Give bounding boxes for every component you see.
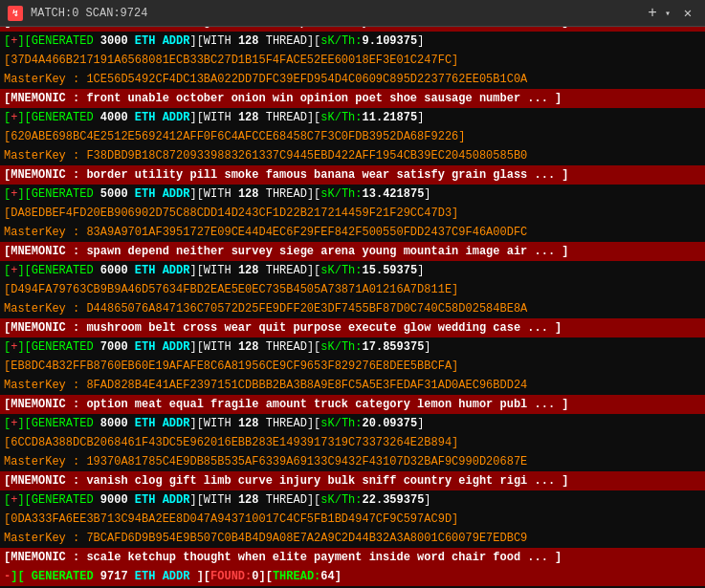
- titlebar: ↯ MATCH:0 SCAN:9724 + ▾ ✕: [0, 0, 705, 27]
- line-item: [DA8EDBEF4FD20EB906902D75C88CDD14D243CF1…: [0, 204, 705, 223]
- line-item: [D494FA79763CB9B9A46D57634FBD2EAE5E0EC73…: [0, 280, 705, 299]
- main-window: ↯ MATCH:0 SCAN:9724 + ▾ ✕ [MNEMONIC : bu…: [0, 0, 705, 588]
- line-item: [+][GENERATED 3000 ETH ADDR][WITH 128 TH…: [0, 32, 705, 51]
- line-item: [+][GENERATED 7000 ETH ADDR][WITH 128 TH…: [0, 338, 705, 357]
- line-item: [MNEMONIC : option meat equal fragile am…: [0, 395, 705, 414]
- new-tab-button[interactable]: +: [648, 5, 657, 22]
- line-item: -][ GENERATED 9717 ETH ADDR ][FOUND:0][T…: [0, 567, 705, 586]
- titlebar-title: MATCH:0 SCAN:9724: [31, 7, 640, 20]
- tab-dropdown-button[interactable]: ▾: [665, 8, 671, 19]
- line-item: [+][GENERATED 4000 ETH ADDR][WITH 128 TH…: [0, 108, 705, 127]
- line-item: MasterKey : 8FAD828B4E41AEF2397151CDBBB2…: [0, 376, 705, 395]
- close-button[interactable]: ✕: [678, 5, 697, 21]
- line-item: [+][GENERATED 6000 ETH ADDR][WITH 128 TH…: [0, 261, 705, 280]
- line-item: [+][GENERATED 5000 ETH ADDR][WITH 128 TH…: [0, 185, 705, 204]
- line-item: [+][GENERATED 8000 ETH ADDR][WITH 128 TH…: [0, 414, 705, 433]
- line-item: [MNEMONIC : vanish clog gift limb curve …: [0, 471, 705, 490]
- line-item: [MNEMONIC : front unable october onion w…: [0, 89, 705, 108]
- line-item: MasterKey : 7BCAFD6D9B954E9B507C0B4B4D9A…: [0, 529, 705, 548]
- line-item: MasterKey : 19370A81785C4E9DB85B535AF633…: [0, 452, 705, 471]
- line-item: [MNEMONIC : border utility pill smoke fa…: [0, 165, 705, 185]
- line-item: MasterKey : 1CE56D5492CF4DC13BA022DD7DFC…: [0, 70, 705, 89]
- line-item: MasterKey : 83A9A9701AF3951727E09CE44D4E…: [0, 223, 705, 242]
- line-item: [+][GENERATED 9000 ETH ADDR][WITH 128 TH…: [0, 490, 705, 510]
- line-item: MasterKey : F38DBD9B18C87209339883261337…: [0, 146, 705, 165]
- line-item: [MNEMONIC : spawn depend neither survey …: [0, 242, 705, 261]
- line-item: [EB8DC4B32FFB8760EB60E19AFAFE8C6A81956CE…: [0, 357, 705, 376]
- line-item: [0DA333FA6EE3B713C94BA2EE8D047A943710017…: [0, 510, 705, 529]
- line-item: [MNEMONIC : scale ketchup thought when e…: [0, 548, 705, 567]
- line-item: [6CCD8A388DCB2068461F43DC5E962016EBB283E…: [0, 433, 705, 452]
- terminal-output: [MNEMONIC : bundle fiscal diagram video …: [0, 27, 705, 588]
- app-icon-symbol: ↯: [12, 8, 18, 19]
- line-item: MasterKey : D44865076A84713​6C70572D25FE…: [0, 299, 705, 318]
- line-item: [37D4A466B217191A6568081ECB33BC27D1B15F4…: [0, 51, 705, 70]
- line-item: [620ABE698BC4E2512E5692412AFF0F6C4AFCCE6…: [0, 127, 705, 146]
- app-icon: ↯: [8, 6, 23, 21]
- line-item: [MNEMONIC : mushroom belt cross wear qui…: [0, 318, 705, 338]
